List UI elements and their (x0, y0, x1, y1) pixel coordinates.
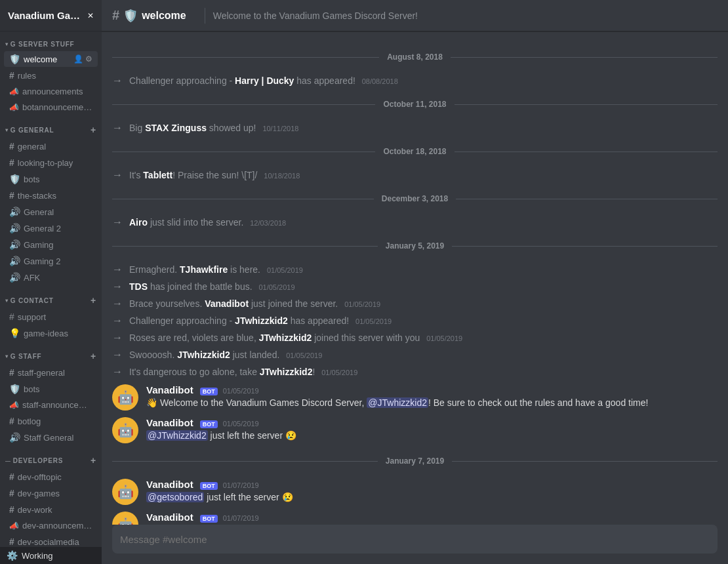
channel-item-support[interactable]: # support (4, 309, 98, 325)
category-contact-plus-icon[interactable]: + (91, 295, 96, 306)
server-header[interactable]: Vanadium Games ✕ (0, 0, 102, 31)
username-airo: Airo (129, 217, 148, 228)
channel-item-game-ideas[interactable]: 💡 game-ideas (4, 325, 98, 341)
channel-item-botlog[interactable]: # botlog (4, 413, 98, 429)
message-input-box[interactable] (112, 525, 718, 554)
channel-item-rules[interactable]: # rules (4, 68, 98, 83)
date-dec2018: December 3, 2018 (374, 194, 456, 203)
messages-area[interactable]: August 8, 2018 → Challenger approaching … (102, 31, 728, 525)
channel-item-dev-announcements[interactable]: 📣 dev-announcements (4, 518, 98, 533)
category-contact[interactable]: ▾ G CONTACT + (0, 286, 102, 308)
msg-time3: 10/18/2018 (264, 172, 300, 180)
channel-item-vc-gaming2[interactable]: 🔊 Gaming 2 (4, 253, 98, 269)
msg-time8: 01/05/2019 (355, 317, 392, 325)
message-header2: Vanadibot BOT 01/05/2019 (146, 417, 718, 428)
message-vanadibot-getsobored-left: 🤖 Vanadibot BOT 01/07/2019 @getsobored j… (102, 476, 728, 508)
channel-settings-icon[interactable]: ⚙ (85, 54, 92, 64)
arrow-icon8: → (112, 315, 123, 327)
category-contact-label: G CONTACT (10, 297, 91, 304)
working-bar: ⚙️ Working (0, 547, 102, 564)
message-time2: 01/05/2019 (223, 420, 259, 428)
msg-time5: 01/05/2019 (267, 266, 303, 274)
channel-megaphone2-icon: 📣 (9, 103, 19, 112)
channel-item-vc-general[interactable]: 🔊 General (4, 204, 98, 220)
channel-item-looking-to-play[interactable]: # looking-to-play (4, 155, 98, 171)
vanadibot-avatar: 🤖 (112, 384, 138, 411)
channel-item-dev-games[interactable]: # dev-games (4, 485, 98, 501)
voice-speaker5-icon: 🔊 (9, 272, 20, 283)
message-body4: Vanadibot BOT 01/07/2019 👋 Welcome to th… (146, 512, 718, 525)
channel-ticket-icon: # (9, 312, 14, 322)
date-divider-jan7-2019: January 7, 2019 (102, 456, 728, 466)
category-general[interactable]: ▾ G GENERAL + (0, 115, 102, 138)
channel-hash8-icon: # (9, 488, 14, 498)
mention3: @getsobored (146, 492, 204, 502)
channel-item-vc-afk[interactable]: 🔊 AFK (4, 270, 98, 285)
message-input[interactable] (120, 534, 710, 545)
channel-item-general[interactable]: # general (4, 138, 98, 154)
message-header3: Vanadibot BOT 01/07/2019 (146, 479, 718, 490)
system-msg-harry: → Challenger approaching - Harry | Ducky… (102, 72, 728, 89)
username-harry: Harry | Ducky (235, 75, 294, 86)
channel-header-topic: Welcome to the Vanadium Games Discord Se… (213, 10, 418, 21)
sidebar: Vanadium Games ✕ ▾ G SERVER STUFF 🛡️ wel… (0, 0, 102, 564)
category-staff-plus-icon[interactable]: + (91, 351, 96, 361)
channel-shield2-icon: 🛡️ (9, 174, 20, 184)
category-arrow-icon: ▾ (5, 41, 9, 47)
channel-item-staff-vc[interactable]: 🔊 Staff General (4, 430, 98, 445)
channel-hash9-icon: # (9, 504, 14, 515)
channel-item-dev-work[interactable]: # dev-work (4, 502, 98, 517)
message-text2: @JTwhizzkid2 just left the server 😢 (146, 430, 718, 443)
channel-user-icon[interactable]: 👤 (73, 54, 83, 64)
system-msg-jtwhizz-appear: → Challenger approaching - JTwhizzkid2 h… (102, 312, 728, 329)
arrow-icon6: → (112, 281, 123, 292)
channel-item-dev-offtopic[interactable]: # dev-offtopic (4, 469, 98, 485)
channel-hash2-icon: # (9, 141, 14, 151)
arrow-icon10: → (112, 349, 123, 361)
date-jan2019: January 5, 2019 (378, 241, 452, 251)
category-arrow3-icon: ▾ (5, 298, 9, 304)
msg-time9: 01/05/2019 (426, 334, 462, 342)
channel-item-welcome[interactable]: 🛡️ welcome 👤 ⚙ (4, 51, 98, 67)
channel-item-vc-gaming[interactable]: 🔊 Gaming (4, 237, 98, 252)
mention2: @JTwhizzkid2 (146, 430, 208, 441)
channel-item-staff-general[interactable]: # staff-general (4, 365, 98, 380)
mention: @JTwhizzkid2 (367, 397, 428, 408)
arrow-icon11: → (112, 366, 123, 378)
category-general-label: G GENERAL (10, 127, 91, 134)
msg-time7: 01/05/2019 (344, 300, 380, 308)
channel-shield3-icon: 🛡️ (9, 384, 20, 394)
server-name: Vanadium Games (8, 10, 87, 21)
channel-item-botannouncements[interactable]: 📣 botannouncements (4, 100, 98, 115)
arrow-icon9: → (112, 332, 123, 344)
message-vanadibot-tibbers-welcome: 🤖 Vanadibot BOT 01/07/2019 👋 Welcome to … (102, 509, 728, 525)
msg-time2: 10/11/2018 (262, 125, 298, 132)
channel-item-the-stacks[interactable]: # the-stacks (4, 188, 98, 203)
category-plus-icon[interactable]: + (91, 125, 96, 135)
bot-badge3: BOT (200, 482, 218, 490)
channel-megaphone3-icon: 📣 (9, 401, 19, 410)
category-staff[interactable]: ▾ G STAFF + (0, 342, 102, 364)
channel-hash3-icon: # (9, 157, 14, 168)
channel-item-bots[interactable]: 🛡️ bots (4, 171, 98, 187)
channel-hash5-icon: # (9, 367, 14, 378)
voice-speaker6-icon: 🔊 (9, 432, 20, 443)
category-arrow2-icon: ▾ (5, 127, 9, 133)
channel-item-staff-bots[interactable]: 🛡️ bots (4, 381, 98, 397)
category-dev-plus-icon[interactable]: + (91, 455, 96, 466)
channel-item-dev-socialmedia[interactable]: # dev-socialmedia (4, 534, 98, 547)
category-arrow5-icon: — (5, 458, 11, 464)
system-msg-vanadibot-join: → Brace yourselves. Vanadibot just joine… (102, 295, 728, 312)
channel-item-announcements[interactable]: 📣 announcements (4, 84, 98, 99)
message-time3: 01/07/2019 (223, 481, 259, 489)
divider-line2 (451, 57, 718, 58)
arrow-icon: → (112, 75, 123, 87)
category-developers[interactable]: — DEVELOPERS + (0, 446, 102, 468)
channels-list: ▾ G SERVER STUFF 🛡️ welcome 👤 ⚙ # rules … (0, 31, 102, 547)
date-divider-jan2019: January 5, 2019 (102, 241, 728, 251)
category-server-stuff[interactable]: ▾ G SERVER STUFF (0, 31, 102, 50)
message-username2: Vanadibot (146, 417, 193, 428)
channel-item-staff-announcements[interactable]: 📣 staff-announcements (4, 397, 98, 413)
category-label: G SERVER STUFF (10, 41, 96, 48)
channel-item-vc-general2[interactable]: 🔊 General 2 (4, 220, 98, 236)
